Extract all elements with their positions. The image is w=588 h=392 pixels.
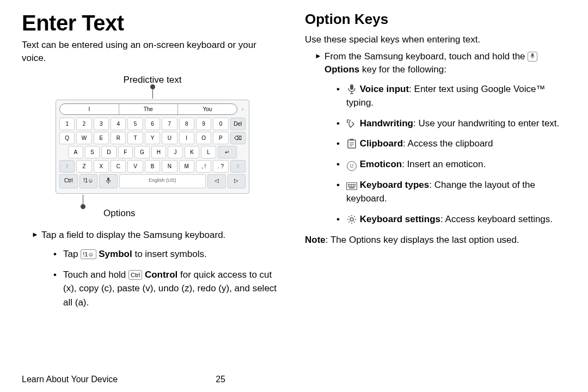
svg-point-8: [350, 164, 351, 166]
key-9: 9: [196, 118, 211, 130]
key-j: J: [168, 146, 183, 158]
footer-page-number: 25: [216, 375, 225, 384]
keyboard-icon: [346, 181, 357, 192]
key-comma: , !: [196, 160, 211, 173]
key-shift-left: ⇧: [59, 160, 75, 173]
instruction-tap-symbol: Tap !1☺ Symbol to insert symbols.: [53, 247, 283, 261]
key-q: Q: [59, 132, 75, 144]
key-backspace: ⌫: [230, 132, 246, 144]
options-label: Options: [103, 208, 283, 219]
key-arrow-right: ▷: [228, 174, 246, 188]
key-4: 4: [111, 118, 126, 130]
key-spacebar: English (US): [119, 174, 206, 188]
key-6: 6: [145, 118, 160, 130]
keyboard-row-qwerty: Q W E R T Y U I O P ⌫: [59, 132, 246, 144]
key-b: B: [145, 160, 160, 173]
prediction-1: I: [60, 104, 119, 114]
option-keyboard-settings: Keyboard settings: Access keyboard setti…: [336, 212, 566, 226]
svg-rect-11: [348, 184, 349, 185]
key-v: V: [127, 160, 143, 173]
svg-rect-16: [348, 186, 349, 187]
svg-rect-1: [531, 53, 534, 57]
svg-rect-17: [350, 186, 351, 187]
svg-rect-14: [353, 184, 354, 185]
key-symbol: !1☺: [79, 174, 98, 188]
key-enter: ↵: [218, 146, 237, 158]
keyboard-row-zxcv: ⇧ Z X C V B N M , ! . ? ⇧: [59, 160, 246, 173]
svg-rect-18: [351, 186, 352, 187]
key-arrow-left: ◁: [207, 174, 226, 188]
key-8: 8: [179, 118, 194, 130]
instruction-hold-ctrl: Touch and hold Ctrl Control for quick ac…: [53, 268, 283, 310]
key-3: 3: [94, 118, 109, 130]
clipboard-icon: [346, 138, 357, 149]
key-y: Y: [145, 132, 160, 144]
svg-rect-0: [107, 177, 109, 181]
key-ctrl: Ctrl: [59, 174, 78, 188]
key-w: W: [76, 132, 91, 144]
key-7: 7: [162, 118, 177, 130]
key-h: H: [151, 146, 167, 158]
key-u: U: [162, 132, 177, 144]
key-c: C: [111, 160, 126, 173]
section-heading: Option Keys: [305, 11, 566, 28]
note-text: Note: The Options key displays the last …: [305, 234, 566, 247]
svg-rect-4: [350, 139, 353, 140]
keyboard-diagram: Predictive text I The You › 1 2 3 4 5: [22, 75, 283, 219]
svg-rect-2: [350, 84, 353, 90]
option-clipboard: Clipboard: Access the clipboard: [336, 137, 566, 151]
key-z: Z: [76, 160, 91, 173]
key-del: Del: [230, 118, 246, 130]
key-5: 5: [127, 118, 143, 130]
prediction-bar: I The You: [59, 103, 237, 115]
onscreen-keyboard: I The You › 1 2 3 4 5 6 7 8 9 0: [56, 100, 249, 194]
symbol-key-icon: !1☺: [81, 249, 96, 259]
option-handwriting: Handwriting: Use your handwriting to ent…: [336, 117, 566, 131]
key-m: M: [179, 160, 194, 173]
key-p: P: [213, 132, 228, 144]
svg-rect-15: [354, 184, 356, 185]
key-n: N: [162, 160, 177, 173]
key-i: I: [179, 132, 194, 144]
option-emoticon: Emoticon: Insert an emoticon.: [336, 157, 566, 171]
predictive-text-label: Predictive text: [22, 75, 283, 85]
callout-line-bottom: [83, 195, 83, 207]
key-t: T: [127, 132, 143, 144]
key-r: R: [111, 132, 126, 144]
key-shift-right: ⇧: [230, 160, 246, 173]
instruction-from-keyboard: From the Samsung keyboard, touch and hol…: [315, 50, 566, 226]
section-intro: Use these special keys when entering tex…: [305, 33, 566, 47]
page-title: Enter Text: [22, 11, 283, 35]
key-x: X: [94, 160, 109, 173]
footer-section: Learn About Your Device: [22, 375, 118, 384]
page-footer: Learn About Your Device 25: [22, 375, 566, 384]
intro-text: Text can be entered using an on-screen k…: [22, 39, 283, 65]
keyboard-row-bottom: Ctrl !1☺ English (US) ◁ ▷: [59, 174, 246, 188]
key-d: D: [101, 146, 117, 158]
left-column: Enter Text Text can be entered using an …: [22, 11, 283, 317]
svg-rect-21: [349, 187, 354, 188]
prediction-3: You: [177, 104, 237, 114]
svg-rect-13: [351, 184, 352, 185]
ctrl-key-icon: Ctrl: [128, 270, 142, 280]
prediction-2: The: [119, 104, 178, 114]
right-column: Option Keys Use these special keys when …: [305, 11, 566, 317]
callout-line-top: [152, 87, 153, 99]
svg-point-9: [352, 164, 353, 166]
key-period: . ?: [213, 160, 228, 173]
handwriting-icon: [346, 118, 357, 129]
key-1: 1: [59, 118, 75, 130]
gear-icon: [346, 214, 357, 225]
option-keyboard-types: Keyboard types: Change the layout of the…: [336, 178, 566, 206]
key-e: E: [94, 132, 109, 144]
keyboard-row-numbers: 1 2 3 4 5 6 7 8 9 0 Del: [59, 118, 246, 130]
key-l: L: [201, 146, 216, 158]
keyboard-row-asdf: A S D F G H J K L ↵: [59, 146, 246, 158]
chevron-right-icon: ›: [240, 106, 246, 112]
key-a: A: [68, 146, 83, 158]
options-key-icon: [528, 52, 537, 62]
svg-rect-12: [350, 184, 351, 185]
key-f: F: [118, 146, 133, 158]
key-2: 2: [76, 118, 91, 130]
svg-rect-19: [353, 186, 354, 187]
